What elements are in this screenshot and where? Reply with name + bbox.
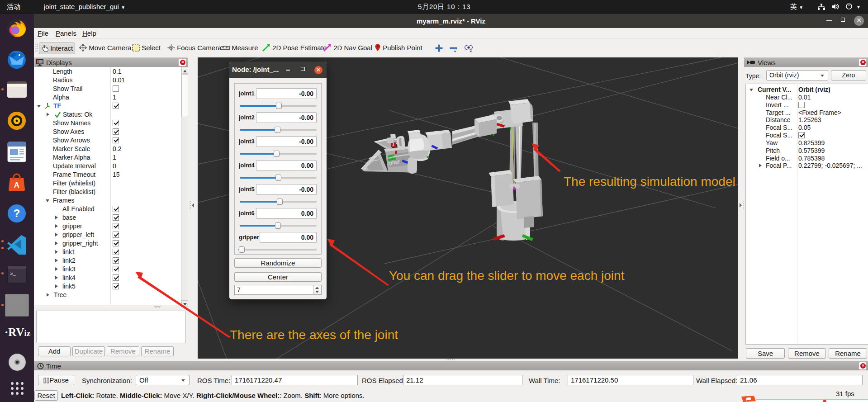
svg-text:>_: >_ — [10, 271, 16, 277]
svg-text:?: ? — [14, 207, 20, 219]
svg-text:A: A — [14, 181, 19, 189]
